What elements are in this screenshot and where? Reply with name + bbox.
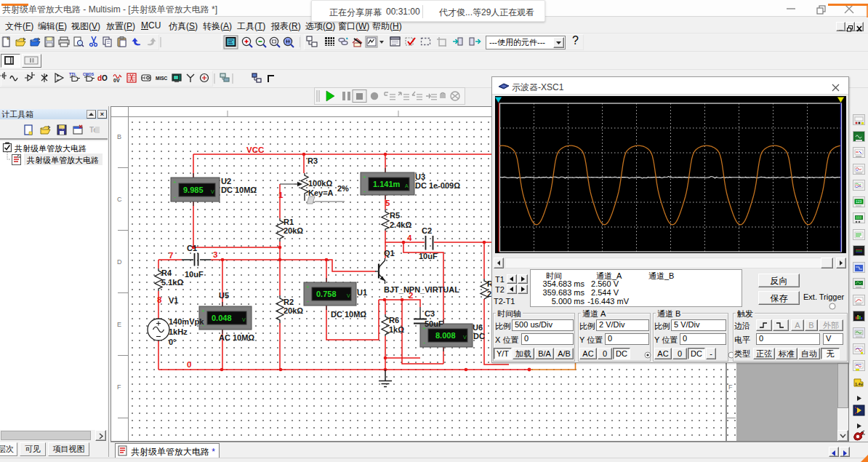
svg-text:B: B — [117, 133, 121, 140]
svg-text:888: 888 — [856, 215, 862, 220]
svg-text:1.4v: 1.4v — [855, 382, 864, 386]
svg-text:123: 123 — [856, 199, 862, 204]
svg-text:F: F — [117, 383, 121, 391]
svg-text:E: E — [117, 321, 121, 328]
svg-text:D: D — [117, 258, 122, 266]
svg-text:F: F — [728, 383, 733, 391]
svg-text:C: C — [117, 196, 122, 203]
